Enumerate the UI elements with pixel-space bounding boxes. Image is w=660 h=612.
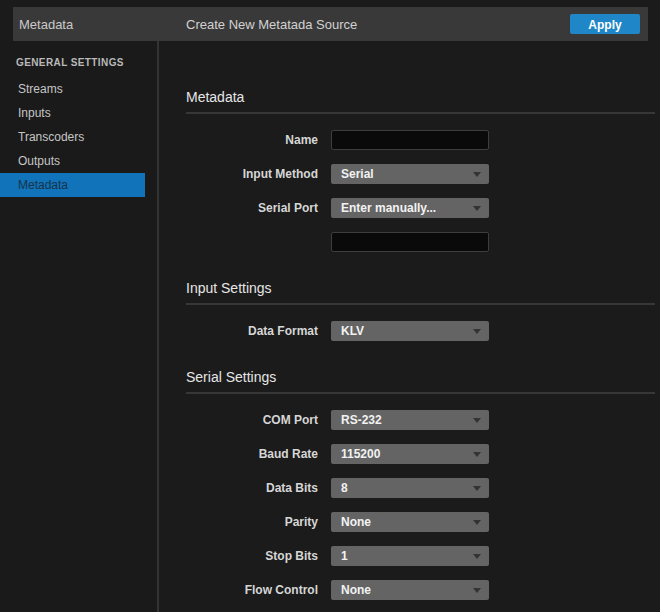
sidebar-item-outputs[interactable]: Outputs xyxy=(0,149,145,173)
form-row: Flow Control None xyxy=(186,580,655,600)
flow-control-select[interactable]: None xyxy=(331,580,489,600)
sidebar-item-transcoders[interactable]: Transcoders xyxy=(0,125,145,149)
section-divider xyxy=(186,112,655,114)
serial-port-select[interactable]: Enter manually... xyxy=(331,198,489,218)
form-section: Input Settings Data Format KLV xyxy=(186,280,655,341)
form-row: Parity None xyxy=(186,512,655,532)
chevron-down-icon xyxy=(473,206,481,211)
form-row: Stop Bits 1 xyxy=(186,546,655,566)
section-title: Metadata xyxy=(186,89,655,105)
field-label: Data Format xyxy=(186,324,318,338)
app-title: Metadata xyxy=(19,17,73,32)
chevron-down-icon xyxy=(473,172,481,177)
chevron-down-icon xyxy=(473,486,481,491)
field-label: Name xyxy=(186,133,318,147)
field-label: Baud Rate xyxy=(186,447,318,461)
page: Metadata Create New Metatada Source Appl… xyxy=(0,0,660,612)
chevron-down-icon xyxy=(473,520,481,525)
com-port-select[interactable]: RS-232 xyxy=(331,410,489,430)
form-row: Serial Port Enter manually... xyxy=(186,198,655,218)
name-input[interactable] xyxy=(331,130,489,150)
field-label: Parity xyxy=(186,515,318,529)
data-format-select[interactable]: KLV xyxy=(331,321,489,341)
form-row: COM Port RS-232 xyxy=(186,410,655,430)
chevron-down-icon xyxy=(473,588,481,593)
selected-option-label: Serial xyxy=(331,164,489,184)
field-label: Stop Bits xyxy=(186,549,318,563)
sidebar-items: Streams Inputs Transcoders Outputs Metad… xyxy=(0,77,157,197)
header-bar: Metadata Create New Metatada Source Appl… xyxy=(13,7,648,41)
serial-port-manual-input[interactable] xyxy=(331,232,489,252)
sidebar-item-metadata[interactable]: Metadata xyxy=(0,173,145,197)
form-row: Input Method Serial xyxy=(186,164,655,184)
sidebar-item-inputs[interactable]: Inputs xyxy=(0,101,145,125)
main-content: Metadata Name Input Method Serial Serial… xyxy=(159,41,660,612)
form-row: Data Format KLV xyxy=(186,321,655,341)
chevron-down-icon xyxy=(473,452,481,457)
form-row: Name xyxy=(186,130,655,150)
sidebar-item-label: Outputs xyxy=(18,154,60,168)
sidebar-item-label: Inputs xyxy=(18,106,51,120)
chevron-down-icon xyxy=(473,329,481,334)
form-row xyxy=(186,232,655,252)
form-row: Baud Rate 115200 xyxy=(186,444,655,464)
section-title: Serial Settings xyxy=(186,369,655,385)
selected-option-label: 115200 xyxy=(331,444,489,464)
selected-option-label: KLV xyxy=(331,321,489,341)
data-bits-select[interactable]: 8 xyxy=(331,478,489,498)
sidebar-item-streams[interactable]: Streams xyxy=(0,77,145,101)
sidebar-item-label: Transcoders xyxy=(18,130,84,144)
baud-rate-select[interactable]: 115200 xyxy=(331,444,489,464)
chevron-down-icon xyxy=(473,418,481,423)
section-rows: Data Format KLV xyxy=(186,321,655,341)
page-title: Create New Metatada Source xyxy=(186,17,357,32)
field-label: Data Bits xyxy=(186,481,318,495)
form-section: Serial Settings COM Port RS-232 Baud Rat… xyxy=(186,369,655,600)
field-label: COM Port xyxy=(186,413,318,427)
selected-option-label: Enter manually... xyxy=(331,198,489,218)
stop-bits-select[interactable]: 1 xyxy=(331,546,489,566)
selected-option-label: None xyxy=(331,512,489,532)
input-method-select[interactable]: Serial xyxy=(331,164,489,184)
field-label: Serial Port xyxy=(186,201,318,215)
sidebar-item-label: Metadata xyxy=(18,178,68,192)
section-rows: COM Port RS-232 Baud Rate 115200 Data Bi… xyxy=(186,410,655,600)
section-divider xyxy=(186,392,655,394)
parity-select[interactable]: None xyxy=(331,512,489,532)
sidebar-section-label: GENERAL SETTINGS xyxy=(16,57,157,68)
selected-option-label: 1 xyxy=(331,546,489,566)
chevron-down-icon xyxy=(473,554,481,559)
field-label: Flow Control xyxy=(186,583,318,597)
selected-option-label: RS-232 xyxy=(331,410,489,430)
section-title: Input Settings xyxy=(186,280,655,296)
section-divider xyxy=(186,303,655,305)
form-section: Metadata Name Input Method Serial Serial… xyxy=(186,89,655,252)
selected-option-label: 8 xyxy=(331,478,489,498)
section-rows: Name Input Method Serial Serial Port Ent… xyxy=(186,130,655,252)
sidebar-item-label: Streams xyxy=(18,82,63,96)
field-label: Input Method xyxy=(186,167,318,181)
selected-option-label: None xyxy=(331,580,489,600)
apply-button[interactable]: Apply xyxy=(570,14,640,34)
sidebar: GENERAL SETTINGS Streams Inputs Transcod… xyxy=(0,41,157,612)
form-row: Data Bits 8 xyxy=(186,478,655,498)
